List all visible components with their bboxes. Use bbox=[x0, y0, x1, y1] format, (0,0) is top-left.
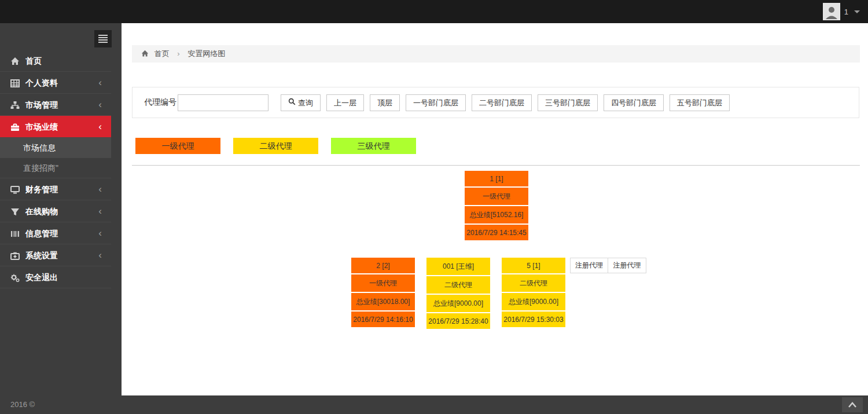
medkit-icon bbox=[10, 245, 21, 267]
node-level: 二级代理 bbox=[426, 276, 490, 295]
sidebar-item-market-info[interactable]: 市场信息 bbox=[0, 138, 111, 158]
main-content: 首页 › 安置网络图 代理编号 查询 上一层 顶层 一号部门底层 二号部门底层 … bbox=[122, 23, 868, 395]
barcode-icon bbox=[10, 223, 21, 245]
chevron-left-icon: ‹ bbox=[98, 116, 102, 138]
node-performance: 总业绩[51052.16] bbox=[465, 206, 528, 225]
node-level: 一级代理 bbox=[351, 274, 415, 293]
chevron-up-icon bbox=[847, 401, 858, 408]
sidebar-item-market-performance[interactable]: 市场业绩 ‹ bbox=[0, 116, 111, 138]
dept3-bottom-button[interactable]: 三号部门底层 bbox=[538, 94, 598, 111]
sidebar-item-home[interactable]: 首页 bbox=[0, 50, 111, 72]
search-toolbar: 代理编号 查询 上一层 顶层 一号部门底层 二号部门底层 三号部门底层 四号部门… bbox=[132, 87, 859, 118]
filter-icon bbox=[10, 201, 21, 223]
briefcase-icon bbox=[10, 116, 21, 138]
node-level: 一级代理 bbox=[465, 188, 528, 206]
home-icon bbox=[10, 50, 21, 72]
node-performance: 总业绩[30018.00] bbox=[351, 293, 415, 312]
search-button[interactable]: 查询 bbox=[281, 94, 321, 111]
chevron-left-icon: ‹ bbox=[98, 200, 102, 222]
tree-node-child-1[interactable]: 2 [2] 一级代理 总业绩[30018.00] 2016/7/29 14:16… bbox=[351, 258, 415, 327]
table-icon bbox=[10, 72, 21, 94]
sidebar-item-label: 个人资料 bbox=[25, 78, 58, 87]
sidebar: 首页 个人资料 ‹ 市场管理 ‹ 市场业绩 ‹ 市场信息 直接招商" bbox=[0, 23, 122, 414]
sidebar-toggle-button[interactable] bbox=[94, 30, 112, 47]
topbar: 1 bbox=[0, 0, 868, 23]
footer-bar: 2016 © bbox=[0, 395, 868, 414]
sidebar-item-info-mgmt[interactable]: 信息管理 ‹ bbox=[0, 222, 111, 244]
sidebar-item-label: 财务管理 bbox=[25, 185, 58, 194]
register-agent-link[interactable]: 注册代理 bbox=[608, 258, 646, 273]
node-id[interactable]: 1 [1] bbox=[465, 171, 528, 188]
sidebar-item-logout[interactable]: 安全退出 bbox=[0, 266, 111, 288]
dept5-bottom-button[interactable]: 五号部门底层 bbox=[670, 94, 730, 111]
hamburger-icon bbox=[98, 35, 108, 36]
sidebar-item-shopping[interactable]: 在线购物 ‹ bbox=[0, 200, 111, 222]
sidebar-item-label: 直接招商" bbox=[23, 163, 58, 173]
agent-id-label: 代理编号 bbox=[144, 97, 176, 108]
sidebar-item-label: 安全退出 bbox=[25, 273, 58, 282]
node-time: 2016/7/29 14:15:45 bbox=[465, 225, 528, 240]
monitor-icon bbox=[10, 179, 21, 201]
top-level-button[interactable]: 顶层 bbox=[370, 94, 400, 111]
tree-node-child-2[interactable]: 001 [王维] 二级代理 总业绩[9000.00] 2016/7/29 15:… bbox=[426, 258, 490, 329]
search-icon bbox=[288, 95, 296, 111]
chevron-left-icon: ‹ bbox=[98, 178, 102, 200]
node-time: 2016/7/29 15:28:40 bbox=[426, 313, 490, 329]
legend-level2: 二级代理 bbox=[233, 138, 318, 154]
tree-node-child-3[interactable]: 5 [1] 二级代理 总业绩[9000.00] 2016/7/29 15:30:… bbox=[502, 258, 565, 327]
breadcrumb-separator: › bbox=[177, 49, 179, 58]
breadcrumb: 首页 › 安置网络图 bbox=[132, 45, 860, 63]
breadcrumb-current: 安置网络图 bbox=[187, 49, 225, 58]
sidebar-item-label: 首页 bbox=[25, 56, 42, 65]
avatar[interactable] bbox=[823, 3, 840, 20]
node-performance: 总业绩[9000.00] bbox=[426, 295, 490, 313]
sidebar-item-profile[interactable]: 个人资料 ‹ bbox=[0, 72, 111, 94]
tree-node-root[interactable]: 1 [1] 一级代理 总业绩[51052.16] 2016/7/29 14:15… bbox=[465, 171, 528, 240]
sidebar-item-finance[interactable]: 财务管理 ‹ bbox=[0, 178, 111, 200]
copyright-text: 2016 © bbox=[10, 395, 35, 414]
user-menu[interactable]: 1 bbox=[823, 0, 860, 23]
node-level: 二级代理 bbox=[502, 274, 565, 293]
sidebar-item-label: 市场管理 bbox=[25, 100, 58, 109]
home-icon bbox=[141, 50, 151, 59]
node-time: 2016/7/29 15:30:03 bbox=[502, 312, 565, 327]
node-id[interactable]: 001 [王维] bbox=[426, 258, 490, 276]
dept2-bottom-button[interactable]: 二号部门底层 bbox=[472, 94, 532, 111]
sidebar-item-system-settings[interactable]: 系统设置 ‹ bbox=[0, 244, 111, 266]
up-level-button[interactable]: 上一层 bbox=[326, 94, 364, 111]
sidebar-item-market-mgmt[interactable]: 市场管理 ‹ bbox=[0, 94, 111, 116]
chevron-left-icon: ‹ bbox=[98, 244, 102, 266]
sidebar-item-label: 系统设置 bbox=[25, 251, 58, 260]
gears-icon bbox=[10, 267, 21, 289]
chevron-left-icon: ‹ bbox=[98, 94, 102, 116]
sidebar-menu: 首页 个人资料 ‹ 市场管理 ‹ 市场业绩 ‹ 市场信息 直接招商" bbox=[0, 50, 111, 288]
sitemap-icon bbox=[10, 94, 21, 116]
dept1-bottom-button[interactable]: 一号部门底层 bbox=[406, 94, 466, 111]
register-agent-link[interactable]: 注册代理 bbox=[570, 258, 608, 273]
breadcrumb-home[interactable]: 首页 bbox=[155, 49, 170, 58]
dept4-bottom-button[interactable]: 四号部门底层 bbox=[604, 94, 664, 111]
legend-level1: 一级代理 bbox=[135, 138, 220, 154]
chevron-down-icon bbox=[854, 10, 860, 13]
sidebar-item-label: 在线购物 bbox=[25, 207, 58, 216]
sidebar-item-label: 信息管理 bbox=[25, 229, 58, 238]
sidebar-item-label: 市场业绩 bbox=[25, 122, 58, 131]
divider bbox=[132, 165, 860, 166]
chevron-left-icon: ‹ bbox=[98, 222, 102, 244]
sidebar-item-direct-recruit[interactable]: 直接招商" bbox=[0, 158, 111, 178]
sidebar-item-label: 市场信息 bbox=[23, 143, 56, 152]
legend-level3: 三级代理 bbox=[331, 138, 416, 154]
search-button-label: 查询 bbox=[298, 95, 313, 111]
node-time: 2016/7/29 14:16:10 bbox=[351, 312, 415, 327]
node-id[interactable]: 5 [1] bbox=[502, 258, 565, 274]
legend: 一级代理 二级代理 三级代理 bbox=[135, 138, 429, 154]
scroll-to-top-button[interactable] bbox=[842, 397, 863, 412]
node-performance: 总业绩[9000.00] bbox=[502, 293, 565, 312]
chevron-left-icon: ‹ bbox=[98, 72, 102, 94]
avatar-image bbox=[824, 4, 839, 19]
register-agent-table: 注册代理 注册代理 bbox=[570, 258, 646, 273]
agent-id-input[interactable] bbox=[178, 94, 269, 111]
username: 1 bbox=[844, 8, 848, 16]
node-id[interactable]: 2 [2] bbox=[351, 258, 415, 274]
